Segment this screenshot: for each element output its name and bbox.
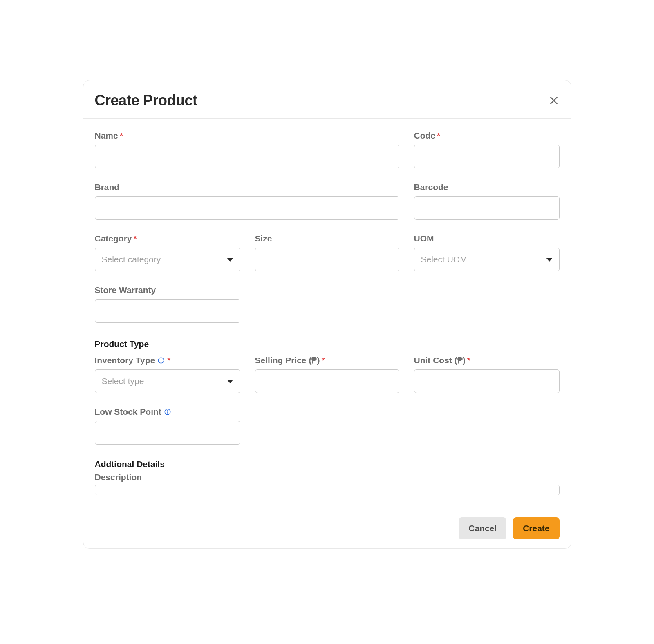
- svg-point-4: [161, 359, 161, 360]
- modal-title: Create Product: [95, 92, 197, 109]
- modal-footer: Cancel Create: [83, 508, 571, 548]
- size-label: Size: [255, 234, 399, 244]
- additional-details-heading: Addtional Details: [95, 459, 560, 469]
- selling-price-label: Selling Price (₱)*: [255, 356, 399, 365]
- category-select[interactable]: Select category: [95, 248, 240, 271]
- required-indicator: *: [167, 356, 170, 365]
- chevron-down-icon: [546, 258, 553, 262]
- brand-input[interactable]: [95, 196, 399, 220]
- description-label: Description: [95, 472, 560, 482]
- required-indicator: *: [134, 234, 137, 244]
- barcode-input[interactable]: [414, 196, 560, 220]
- info-icon[interactable]: [164, 408, 171, 416]
- create-product-modal: Create Product Name* Code: [83, 80, 571, 549]
- modal-body: Name* Code* Brand Barcode: [83, 119, 571, 508]
- inventory-type-placeholder: Select type: [102, 376, 144, 386]
- chevron-down-icon: [227, 380, 233, 383]
- uom-placeholder: Select UOM: [421, 255, 467, 264]
- unit-cost-label: Unit Cost (₱)*: [414, 356, 560, 365]
- brand-label: Brand: [95, 182, 399, 192]
- selling-price-input[interactable]: [255, 369, 399, 393]
- category-placeholder: Select category: [102, 255, 161, 264]
- category-label: Category*: [95, 234, 240, 244]
- unit-cost-input[interactable]: [414, 369, 560, 393]
- required-indicator: *: [120, 131, 123, 141]
- inventory-type-select[interactable]: Select type: [95, 369, 240, 393]
- required-indicator: *: [437, 131, 440, 141]
- name-label: Name*: [95, 131, 399, 141]
- create-button[interactable]: Create: [513, 517, 559, 539]
- close-icon: [549, 95, 559, 106]
- chevron-down-icon: [227, 258, 233, 262]
- uom-select[interactable]: Select UOM: [414, 248, 560, 271]
- low-stock-label: Low Stock Point: [95, 407, 240, 417]
- cancel-button[interactable]: Cancel: [459, 517, 506, 539]
- low-stock-input[interactable]: [95, 421, 240, 445]
- svg-point-7: [167, 410, 168, 411]
- description-input[interactable]: [95, 485, 560, 495]
- uom-label: UOM: [414, 234, 560, 244]
- required-indicator: *: [467, 356, 470, 365]
- info-icon[interactable]: [157, 357, 165, 364]
- name-input[interactable]: [95, 145, 399, 168]
- inventory-type-label: Inventory Type *: [95, 356, 240, 365]
- close-button[interactable]: [548, 95, 560, 106]
- required-indicator: *: [321, 356, 325, 365]
- store-warranty-input[interactable]: [95, 299, 240, 323]
- modal-header: Create Product: [83, 80, 571, 119]
- code-input[interactable]: [414, 145, 560, 168]
- store-warranty-label: Store Warranty: [95, 285, 240, 295]
- product-type-heading: Product Type: [95, 339, 560, 349]
- code-label: Code*: [414, 131, 560, 141]
- barcode-label: Barcode: [414, 182, 560, 192]
- size-input[interactable]: [255, 248, 399, 271]
